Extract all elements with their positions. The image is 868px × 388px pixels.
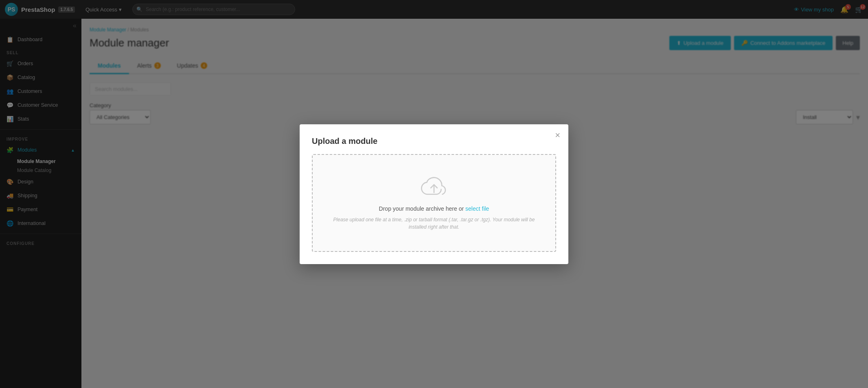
modal-close-button[interactable]: ×: [555, 131, 560, 140]
drop-zone[interactable]: Drop your module archive here or select …: [312, 154, 556, 252]
cloud-upload-icon: [420, 175, 448, 198]
select-file-link[interactable]: select file: [465, 205, 489, 212]
upload-module-modal: Upload a module × Drop your module archi…: [300, 124, 568, 264]
modal-overlay[interactable]: Upload a module × Drop your module archi…: [0, 0, 868, 388]
drop-main-text: Drop your module archive here or select …: [325, 205, 543, 212]
drop-text: Drop your module archive here or: [379, 205, 464, 212]
modal-title: Upload a module: [312, 137, 556, 146]
drop-hint: Please upload one file at a time, .zip o…: [325, 216, 543, 231]
